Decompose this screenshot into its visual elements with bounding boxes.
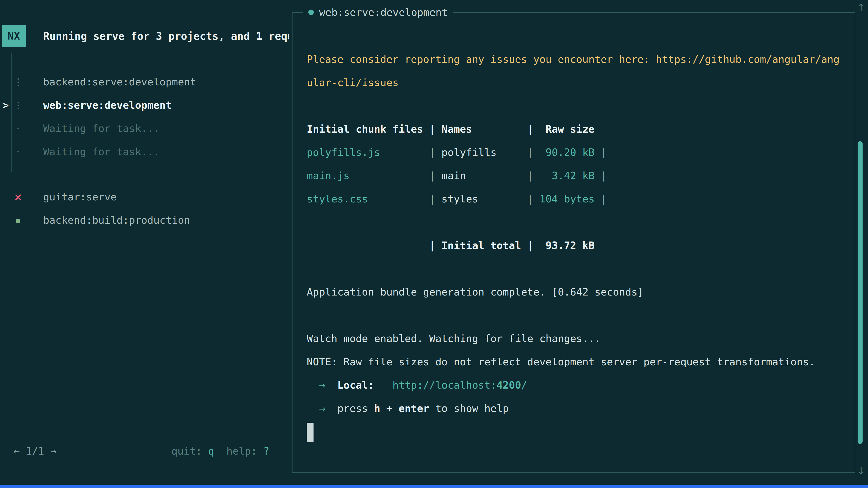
nx-logo: NX [2,25,26,47]
task-label: backend:serve:development [43,70,196,94]
text-segment: h + enter [374,402,429,414]
terminal-line: ular-cli/issues [307,71,845,94]
text-segment [325,402,337,414]
terminal-line: styles.css | styles | 104 bytes | [307,187,845,210]
task-label: web:serve:development [43,94,172,117]
terminal-line: Application bundle generation complete. … [307,281,845,304]
text-segment: | [429,123,441,135]
text-segment: help: [214,445,264,457]
dot-icon: · [13,140,24,163]
text-segment: 4200 [497,379,521,391]
task-pager[interactable]: ← 1/1 → [13,443,57,459]
terminal-pane: web:serve:development Please consider re… [292,12,855,473]
terminal-line: Please consider reporting any issues you… [307,48,845,71]
keyboard-hints: quit: q help: ? [171,443,270,459]
terminal-line [307,257,845,281]
text-segment: press [337,402,374,414]
text-segment: | [594,147,607,158]
text-segment: | [429,147,441,158]
scroll-up-icon[interactable]: ↑ [856,2,866,13]
text-segment: Names [441,123,527,135]
text-segment: 104 bytes [533,193,594,205]
task-label: Waiting for task... [43,117,160,140]
text-segment: | [527,170,533,182]
nx-terminal-ui: NX Running serve for 3 projects, and 1 r… [0,0,868,488]
text-segment: http://localhost: [393,379,497,391]
text-segment: polyfills.js [307,147,429,158]
terminal-line: → Local: http://localhost:4200/ [307,373,845,397]
text-segment: 90.20 kB [533,147,594,158]
text-segment [307,402,319,414]
text-segment: | [527,193,533,205]
text-segment: | [429,193,441,205]
running-task-list: ⋮backend:serve:development>⋮web:serve:de… [0,70,289,163]
text-segment: | [527,147,533,158]
terminal-title: web:serve:development [303,6,453,18]
text-segment: quit: [171,445,208,457]
scrollbar-thumb[interactable] [858,141,863,444]
text-segment: polyfills [441,147,527,158]
task-item-web-serve-development[interactable]: >⋮web:serve:development [0,94,289,117]
task-item-backend-serve-development[interactable]: ⋮backend:serve:development [0,70,289,94]
text-segment: styles.css [307,193,429,205]
text-segment [325,379,337,391]
task-item-guitar-serve[interactable]: ×guitar:serve [0,185,289,208]
text-segment: Local: [337,379,374,391]
text-segment: Raw size [533,123,594,135]
text-segment [307,423,313,442]
task-label: backend:build:production [43,208,190,232]
task-label: guitar:serve [43,185,117,208]
bottom-accent-bar [0,485,868,488]
terminal-line: Watch mode enabled. Watching for file ch… [307,327,845,350]
spinner-icon: ⋮ [13,94,24,117]
text-segment: main.js [307,170,429,182]
task-item-backend-build-production[interactable]: ▪backend:build:production [0,208,289,232]
text-segment: ular-cli/issues [307,76,399,89]
text-segment: | [594,170,607,182]
text-segment: | [527,123,533,135]
text-segment [374,379,393,391]
task-item-waiting-for-task[interactable]: ·Waiting for task... [0,140,289,163]
terminal-line: NOTE: Raw file sizes do not reflect deve… [307,350,845,373]
text-segment: ← [13,445,26,457]
terminal-line: polyfills.js | polyfills | 90.20 kB | [307,141,845,164]
terminal-line: | Initial total | 93.72 kB [307,234,845,257]
text-segment: Initial chunk files [307,123,429,135]
text-segment: q [208,445,214,457]
text-segment: styles [441,193,527,205]
task-item-waiting-for-task[interactable]: ·Waiting for task... [0,117,289,140]
selected-caret-icon: > [3,94,9,117]
text-segment: NOTE: Raw file sizes do not reflect deve… [307,356,815,368]
text-segment: Application bundle generation complete. … [307,286,644,298]
text-segment: Please consider reporting any issues you… [307,53,839,65]
text-segment: 3.42 kB [533,170,594,182]
text-segment: Watch mode enabled. Watching for file ch… [307,332,600,345]
text-segment: ? [263,445,269,457]
scroll-down-icon[interactable]: ↓ [856,465,866,477]
text-segment: | [429,170,441,182]
secondary-task-list: ×guitar:serve▪backend:build:production [0,185,289,232]
sidebar-title: Running serve for 3 projects, and 1 requ [43,30,289,43]
text-segment: 1/1 [26,445,44,457]
terminal-title-label: web:serve:development [319,6,448,18]
dot-icon: · [13,117,24,140]
text-segment: → [319,379,325,391]
terminal-output[interactable]: Please consider reporting any issues you… [307,48,845,443]
text-segment [307,379,319,391]
text-segment: → [44,445,56,457]
terminal-line [307,420,845,443]
terminal-line: → press h + enter to show help [307,397,845,420]
cross-icon: × [13,185,24,208]
text-segment: main [441,170,527,182]
terminal-line [307,94,845,118]
text-segment: to show help [429,402,509,414]
task-label: Waiting for task... [43,140,160,163]
terminal-line [307,210,845,234]
square-icon: ▪ [13,208,24,232]
terminal-line: Initial chunk files | Names | Raw size [307,118,845,141]
terminal-line [307,304,845,327]
text-segment: → [319,402,325,414]
text-segment: | [594,193,607,205]
terminal-line: main.js | main | 3.42 kB | [307,164,845,187]
running-status-dot-icon [308,9,314,15]
